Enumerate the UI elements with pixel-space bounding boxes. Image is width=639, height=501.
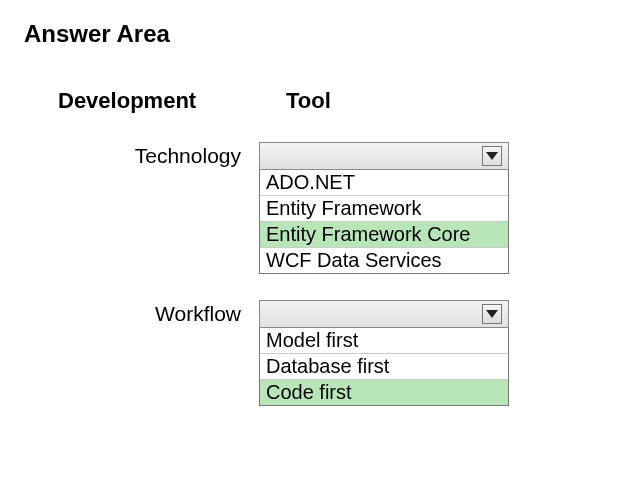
technology-label: Technology: [24, 142, 259, 168]
page-title: Answer Area: [24, 20, 615, 48]
columns-header: Development Tool: [24, 88, 615, 114]
technology-option[interactable]: Entity Framework: [260, 196, 508, 222]
workflow-label: Workflow: [24, 300, 259, 326]
workflow-option[interactable]: Model first: [260, 328, 508, 354]
technology-dropdown[interactable]: [259, 142, 509, 170]
technology-option[interactable]: Entity Framework Core: [260, 222, 508, 248]
workflow-option[interactable]: Code first: [260, 380, 508, 405]
workflow-dropdown-group: Model firstDatabase firstCode first: [259, 300, 509, 406]
workflow-row: Workflow Model firstDatabase firstCode f…: [24, 300, 615, 406]
technology-dropdown-group: ADO.NETEntity FrameworkEntity Framework …: [259, 142, 509, 274]
chevron-down-icon: [486, 152, 498, 160]
column-header-development: Development: [58, 88, 258, 114]
dropdown-arrow-box: [482, 146, 502, 166]
technology-options-list: ADO.NETEntity FrameworkEntity Framework …: [259, 170, 509, 274]
workflow-options-list: Model firstDatabase firstCode first: [259, 328, 509, 406]
workflow-option[interactable]: Database first: [260, 354, 508, 380]
technology-option[interactable]: ADO.NET: [260, 170, 508, 196]
technology-row: Technology ADO.NETEntity FrameworkEntity…: [24, 142, 615, 274]
chevron-down-icon: [486, 310, 498, 318]
workflow-dropdown[interactable]: [259, 300, 509, 328]
technology-option[interactable]: WCF Data Services: [260, 248, 508, 273]
dropdown-arrow-box: [482, 304, 502, 324]
column-header-tool: Tool: [286, 88, 331, 114]
